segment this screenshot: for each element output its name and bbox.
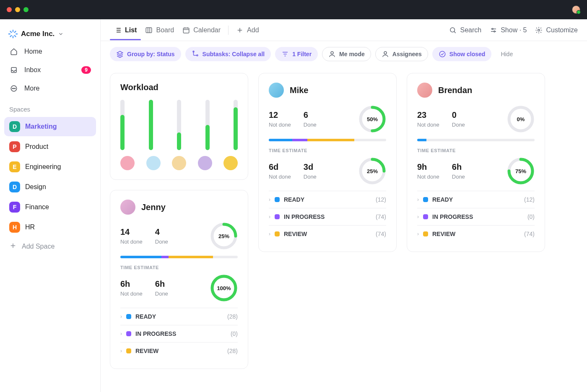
space-item-finance[interactable]: FFinance: [4, 197, 96, 217]
status-row-ready[interactable]: › READY (12): [269, 191, 386, 208]
svg-point-6: [450, 28, 455, 32]
svg-point-3: [15, 88, 16, 89]
tab-add-label: Add: [247, 26, 259, 34]
space-label: Design: [25, 183, 46, 191]
hide-button[interactable]: Hide: [501, 51, 513, 57]
person-card-mike: Mike 12Not done 6Done 50% TIME ESTIMATE …: [258, 73, 397, 252]
space-item-product[interactable]: PProduct: [4, 137, 96, 156]
svg-point-7: [492, 28, 493, 29]
titlebar: [0, 0, 587, 19]
progress-label: 75%: [515, 168, 526, 174]
time-done: 6h: [155, 279, 168, 289]
nav-more[interactable]: More: [4, 80, 96, 97]
workload-avatar[interactable]: [198, 156, 212, 170]
status-name: IN PROGRESS: [284, 213, 325, 220]
status-row-review[interactable]: › REVIEW (74): [269, 225, 386, 242]
spaces-header: Spaces: [4, 98, 96, 116]
space-label: Marketing: [25, 123, 57, 130]
filter-pill[interactable]: 1 Filter: [275, 47, 318, 61]
status-row-inprogress[interactable]: › IN PROGRESS (74): [269, 208, 386, 225]
progress-label: 25%: [218, 233, 229, 239]
time-notdone: 6d: [269, 162, 291, 172]
show-closed-pill[interactable]: Show closed: [432, 47, 492, 61]
assignees-pill[interactable]: Assignees: [375, 47, 428, 61]
progress-ring: 75%: [507, 157, 535, 185]
progress-label: 0%: [517, 116, 525, 122]
status-count: (0): [527, 213, 535, 220]
workload-avatar[interactable]: [120, 156, 135, 170]
me-mode-pill[interactable]: Me mode: [322, 47, 371, 61]
task-progress-bar: [417, 139, 535, 141]
status-name: READY: [284, 196, 304, 203]
workspace-name: Acme Inc.: [21, 30, 55, 38]
progress-label: 50%: [367, 116, 378, 122]
time-estimate-header: TIME ESTIMATE: [417, 148, 535, 153]
workload-title: Workload: [120, 83, 238, 92]
tab-board[interactable]: Board: [141, 21, 178, 40]
tasks-done: 6: [304, 110, 317, 120]
workload-avatar[interactable]: [223, 156, 238, 170]
time-notdone: 6h: [120, 279, 143, 289]
status-row-review[interactable]: › REVIEW (28): [120, 342, 238, 359]
tab-list-label: List: [125, 26, 137, 34]
customize-button[interactable]: Customize: [535, 26, 578, 34]
layers-icon: [116, 50, 124, 58]
workload-avatar[interactable]: [146, 156, 161, 170]
status-row-inprogress[interactable]: › IN PROGRESS (0): [120, 325, 238, 342]
status-dot: [126, 331, 131, 336]
nav-home-label: Home: [24, 48, 42, 55]
space-label: Finance: [25, 203, 49, 211]
show-button[interactable]: Show · 5: [490, 26, 527, 34]
nav-inbox[interactable]: Inbox 9: [4, 61, 96, 79]
space-item-marketing[interactable]: DMarketing: [4, 117, 96, 136]
maximize-window[interactable]: [23, 7, 29, 12]
minimize-window[interactable]: [15, 7, 20, 12]
space-item-hr[interactable]: HHR: [4, 218, 96, 237]
search-button[interactable]: Search: [449, 26, 481, 34]
nav-home[interactable]: Home: [4, 43, 96, 60]
time-done: 6h: [452, 162, 465, 172]
space-label: Engineering: [25, 163, 61, 171]
add-space-label: Add Space: [22, 243, 55, 250]
workload-avatar[interactable]: [172, 156, 186, 170]
tab-calendar[interactable]: Calendar: [178, 21, 225, 40]
status-row-review[interactable]: › REVIEW (74): [417, 225, 535, 242]
progress-label: 25%: [367, 168, 378, 174]
space-item-design[interactable]: DDesign: [4, 177, 96, 197]
add-space-button[interactable]: Add Space: [4, 238, 96, 255]
subtasks-pill[interactable]: Subtasks: Collapse all: [185, 47, 271, 61]
person-name: Jenny: [141, 202, 166, 212]
task-progress-bar: [120, 256, 238, 258]
status-row-ready[interactable]: › READY (28): [120, 308, 238, 325]
workspace-selector[interactable]: Acme Inc.: [4, 26, 96, 42]
space-icon: H: [9, 222, 20, 233]
chevron-right-icon: ›: [120, 348, 122, 354]
current-user-avatar[interactable]: [572, 5, 580, 14]
svg-point-13: [384, 52, 387, 54]
workload-bar: [177, 100, 181, 150]
svg-rect-4: [146, 28, 152, 33]
space-item-engineering[interactable]: EEngineering: [4, 157, 96, 177]
plus-icon: [236, 26, 244, 34]
group-by-pill[interactable]: Group by: Status: [110, 47, 181, 61]
space-icon: D: [9, 182, 20, 192]
status-row-ready[interactable]: › READY (12): [417, 191, 535, 208]
home-icon: [9, 47, 18, 56]
person-card-brendan: Brendan 23Not done 0Done 0% TIME ESTIMAT…: [407, 73, 545, 252]
me-mode-label: Me mode: [339, 51, 365, 57]
inbox-badge: 9: [81, 66, 91, 74]
nav-inbox-label: Inbox: [24, 66, 41, 74]
tab-add-view[interactable]: Add: [232, 21, 263, 40]
tab-list[interactable]: List: [110, 21, 141, 40]
chevron-right-icon: ›: [417, 214, 419, 220]
avatar[interactable]: [417, 83, 432, 98]
status-name: REVIEW: [432, 231, 455, 237]
subtask-icon: [192, 50, 199, 58]
avatar[interactable]: [269, 83, 284, 98]
status-row-inprogress[interactable]: › IN PROGRESS (0): [417, 208, 535, 225]
space-label: Product: [25, 143, 48, 151]
close-window[interactable]: [7, 7, 12, 12]
status-name: READY: [432, 196, 453, 203]
plus-icon: [9, 242, 17, 251]
avatar[interactable]: [120, 200, 135, 215]
